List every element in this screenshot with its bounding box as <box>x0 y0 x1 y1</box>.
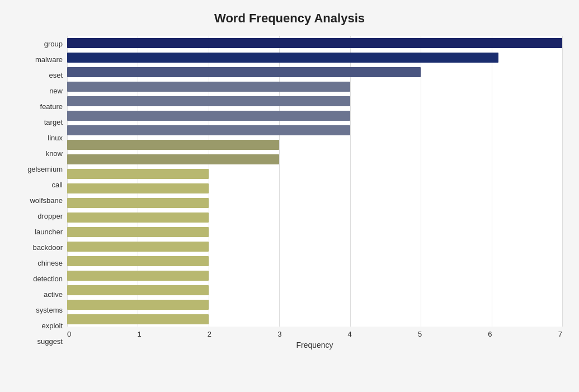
bar <box>67 227 209 237</box>
bar-row <box>67 51 562 64</box>
y-label: exploit <box>41 320 63 332</box>
y-label: wolfsbane <box>30 194 63 206</box>
y-label: eset <box>49 69 63 81</box>
x-tick: 5 <box>418 330 422 338</box>
bar <box>67 82 350 92</box>
bar <box>67 271 209 281</box>
bar-row <box>67 197 562 209</box>
y-label: systems <box>36 304 63 317</box>
plot-background <box>67 36 562 327</box>
bar <box>67 183 209 193</box>
x-axis: 01234567 <box>67 330 562 338</box>
x-tick: 6 <box>488 330 492 338</box>
bar-row <box>67 110 562 122</box>
bar <box>67 169 209 179</box>
x-tick: 7 <box>558 330 562 338</box>
bar <box>67 125 350 135</box>
bar-row <box>67 66 562 78</box>
bar-row <box>67 153 562 166</box>
bar-row <box>67 270 562 282</box>
x-tick: 3 <box>277 330 281 338</box>
bar-row <box>67 37 562 49</box>
bar <box>67 140 279 150</box>
y-label: linux <box>48 131 63 144</box>
bar <box>67 111 350 121</box>
y-label: gelsemium <box>27 163 63 175</box>
y-label: know <box>46 147 63 159</box>
chart-area: groupmalwareesetnewfeaturetargetlinuxkno… <box>17 36 562 350</box>
y-label: chinese <box>37 257 63 270</box>
bar <box>67 212 209 223</box>
bar-row <box>67 299 562 311</box>
y-label: suggest <box>37 336 63 348</box>
bar-row <box>67 211 562 224</box>
bar <box>67 314 209 324</box>
bar-row <box>67 255 562 267</box>
bar-row <box>67 124 562 136</box>
y-labels: groupmalwareesetnewfeaturetargetlinuxkno… <box>17 36 67 350</box>
x-tick: 2 <box>208 330 211 338</box>
y-label: dropper <box>37 210 63 223</box>
bar-row <box>67 168 562 180</box>
bar <box>67 96 350 106</box>
bar-row <box>67 182 562 195</box>
bar <box>67 67 421 77</box>
bar <box>67 242 209 252</box>
chart-title: Word Frequency Analysis <box>17 11 562 26</box>
chart-container: Word Frequency Analysis groupmalwareeset… <box>0 0 579 392</box>
bar <box>67 300 209 310</box>
y-label: new <box>49 84 63 97</box>
bar <box>67 154 279 164</box>
x-tick: 0 <box>67 330 71 338</box>
bar-row <box>67 284 562 296</box>
y-label: group <box>44 37 63 50</box>
bar <box>67 256 209 266</box>
bar <box>67 38 562 48</box>
bars-section: 01234567 Frequency <box>67 36 562 350</box>
y-label: launcher <box>35 226 63 238</box>
y-label: backdoor <box>33 242 63 254</box>
y-label: call <box>51 178 63 191</box>
y-label: active <box>44 289 63 301</box>
x-tick: 1 <box>137 330 141 338</box>
y-label: detection <box>33 273 63 285</box>
bar-row <box>67 240 562 253</box>
bar-row <box>67 226 562 238</box>
x-axis-label: Frequency <box>67 341 562 350</box>
y-label: feature <box>40 100 63 112</box>
bar-row <box>67 81 562 93</box>
bars-wrapper <box>67 36 562 327</box>
grid-line <box>562 36 563 327</box>
y-label: malware <box>35 53 63 65</box>
bar <box>67 53 498 63</box>
bar-row <box>67 313 562 325</box>
bar-row <box>67 139 562 151</box>
y-label: target <box>44 116 63 128</box>
bar <box>67 198 209 208</box>
bar-row <box>67 95 562 107</box>
bar <box>67 285 209 295</box>
x-tick: 4 <box>348 330 352 338</box>
